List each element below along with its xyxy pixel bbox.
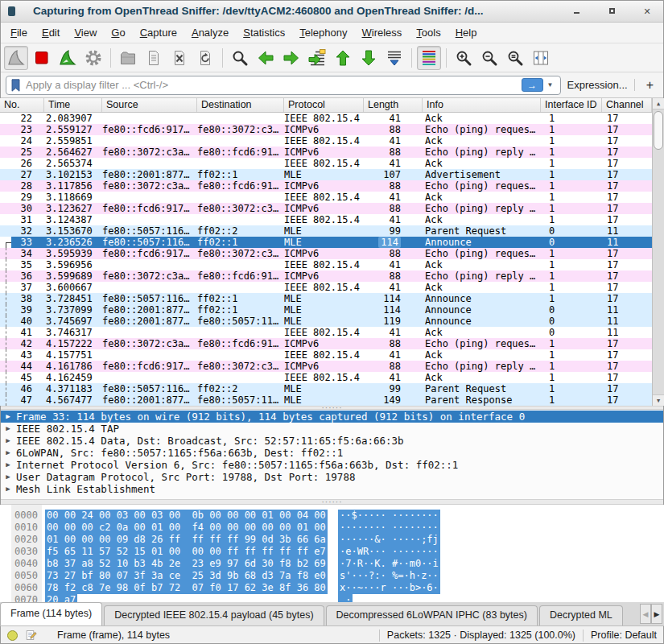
capture-start-button[interactable] <box>4 46 28 70</box>
menu-edit[interactable]: Edit <box>35 23 67 42</box>
packet-row-39[interactable]: 393.737099fe80::2001:877…ff02::1MLE114An… <box>0 304 652 316</box>
expand-arrow-icon[interactable]: ▶ <box>0 471 16 483</box>
menu-statistics[interactable]: Statistics <box>236 23 292 42</box>
go-to-packet-button[interactable] <box>305 46 329 70</box>
expand-arrow-icon[interactable]: ▶ <box>0 459 16 471</box>
menu-file[interactable]: File <box>3 23 35 42</box>
packet-row-42[interactable]: 424.157222fe80::3072:c3a…fe80::fcd6:91…I… <box>0 338 652 349</box>
auto-scroll-button[interactable] <box>382 46 406 70</box>
hex-ascii[interactable]: ··$····· ········ <box>338 510 440 522</box>
column-header-time[interactable]: Time <box>44 98 102 112</box>
close-button[interactable]: ✕ <box>643 7 651 15</box>
expand-arrow-icon[interactable]: ▶ <box>0 447 16 459</box>
apply-filter-button[interactable]: → <box>522 78 543 92</box>
packet-row-41[interactable]: 413.746317IEEE 802.15.441Ack011 <box>0 327 652 338</box>
expand-arrow-icon[interactable]: ▶ <box>0 411 16 423</box>
packet-row-23[interactable]: 232.559127fe80::fcd6:917…fe80::3072:c3…I… <box>0 124 652 135</box>
column-header-protocol[interactable]: Protocol <box>284 98 364 112</box>
byte-view-tab-2[interactable]: Decompressed 6LoWPAN IPHC (83 bytes) <box>326 605 538 625</box>
menu-telephony[interactable]: Telephony <box>292 23 354 42</box>
capture-options-button[interactable] <box>81 46 105 70</box>
capture-stop-button[interactable] <box>30 46 54 70</box>
scrollbar-thumb[interactable] <box>654 111 663 150</box>
zoom-reset-button[interactable] <box>503 46 527 70</box>
column-header-destination[interactable]: Destination <box>197 98 284 112</box>
detail-line-1[interactable]: ▶IEEE 802.15.4 TAP <box>0 423 664 435</box>
capture-comment-icon[interactable] <box>25 629 37 642</box>
packet-row-37[interactable]: 373.600667IEEE 802.15.441Ack117 <box>0 282 652 293</box>
add-filter-button[interactable]: + <box>641 78 658 93</box>
packet-row-36[interactable]: 363.599689fe80::3072:c3a…fe80::fcd6:91…I… <box>0 270 652 282</box>
column-header-interface-id[interactable]: Interface ID <box>541 98 602 112</box>
menu-help[interactable]: Help <box>448 23 485 42</box>
go-top-button[interactable] <box>331 46 355 70</box>
minimize-button[interactable] <box>572 7 580 15</box>
hex-ascii[interactable]: ········ ········ <box>338 522 440 534</box>
packet-row-31[interactable]: 313.124387IEEE 802.15.441Ack117 <box>0 214 652 225</box>
resize-columns-button[interactable] <box>529 46 553 70</box>
filter-dropdown-caret[interactable]: ▼ <box>543 81 558 89</box>
file-reload-button[interactable] <box>193 46 217 70</box>
hex-bytes[interactable]: 73 27 bf 80 07 3f 3a ce 25 3d 9b 68 d3 7… <box>45 570 328 582</box>
hex-ascii[interactable]: ······&· ·····;fj <box>338 534 440 546</box>
capture-restart-button[interactable] <box>56 46 80 70</box>
packet-row-28[interactable]: 283.117856fe80::3072:c3a…fe80::fcd6:91…I… <box>0 180 652 192</box>
expert-info-icon[interactable] <box>7 630 18 641</box>
scroll-up-arrow[interactable]: ▲ <box>653 98 664 109</box>
file-open-button[interactable] <box>116 46 140 70</box>
packet-row-25[interactable]: 252.564627fe80::3072:c3a…fe80::fcd6:91…I… <box>0 147 652 158</box>
detail-line-5[interactable]: ▶User Datagram Protocol, Src Port: 19788… <box>0 471 664 483</box>
menu-go[interactable]: Go <box>104 23 132 42</box>
hex-bytes[interactable]: 00 00 00 c2 0a 00 01 00 f4 00 00 00 00 0… <box>45 522 328 534</box>
packet-row-29[interactable]: 293.118669IEEE 802.15.441Ack117 <box>0 192 652 203</box>
go-bottom-button[interactable] <box>357 46 381 70</box>
packet-row-33[interactable]: 333.236526fe80::5057:116…ff02::1MLE114An… <box>0 237 652 248</box>
menu-wireless[interactable]: Wireless <box>355 23 410 42</box>
hex-bytes[interactable]: f5 65 11 57 52 15 01 00 00 00 ff ff ff f… <box>45 546 328 558</box>
detail-line-6[interactable]: ▶Mesh Link Establishment <box>0 483 664 495</box>
column-header-no[interactable]: No. <box>0 98 44 112</box>
packet-row-46[interactable]: 464.371183fe80::5057:116…ff02::2MLE99Par… <box>0 383 652 394</box>
packet-row-32[interactable]: 323.153670fe80::5057:116…ff02::2MLE99Par… <box>0 225 652 237</box>
menu-capture[interactable]: Capture <box>133 23 184 42</box>
byte-view-tab-1[interactable]: Decrypted IEEE 802.15.4 payload (45 byte… <box>104 605 324 625</box>
column-header-info[interactable]: Info <box>423 98 541 112</box>
column-header-channel[interactable]: Channel <box>602 98 652 112</box>
colorize-button[interactable] <box>417 46 441 70</box>
expand-arrow-icon[interactable]: ▶ <box>0 435 16 447</box>
packet-row-43[interactable]: 434.157751IEEE 802.15.441Ack117 <box>0 349 652 361</box>
packet-row-35[interactable]: 353.596956IEEE 802.15.441Ack117 <box>0 259 652 270</box>
zoom-in-button[interactable] <box>452 46 476 70</box>
tab-scroll-left-icon[interactable]: ◀ <box>640 604 651 624</box>
byte-view-tab-0[interactable]: Frame (114 bytes) <box>0 602 102 625</box>
hex-bytes[interactable]: b8 37 a8 52 10 b3 4b 2e 23 e9 97 6d 30 f… <box>45 558 328 570</box>
packet-row-45[interactable]: 454.162459IEEE 802.15.441Ack117 <box>0 372 652 383</box>
packet-row-24[interactable]: 242.559851IEEE 802.15.441Ack117 <box>0 135 652 147</box>
maximize-button[interactable] <box>608 7 616 15</box>
hex-ascii[interactable]: ·e·WR··· ········ <box>338 546 440 558</box>
zoom-out-button[interactable] <box>477 46 501 70</box>
expand-arrow-icon[interactable]: ▶ <box>0 423 16 435</box>
detail-line-3[interactable]: ▶6LoWPAN, Src: fe80::5057:1165:f56a:663b… <box>0 447 664 459</box>
hex-bytes[interactable]: 01 00 00 00 09 d8 26 ff ff ff ff 99 0d 3… <box>45 534 328 546</box>
bookmark-icon[interactable] <box>9 78 23 93</box>
packet-row-27[interactable]: 273.102153fe80::2001:877…ff02::1MLE107Ad… <box>0 169 652 180</box>
packet-row-26[interactable]: 262.565374IEEE 802.15.441Ack117 <box>0 158 652 169</box>
packet-row-40[interactable]: 403.745697fe80::2001:877…fe80::5057:11…M… <box>0 316 652 327</box>
hex-ascii[interactable]: s'···?:· %=·h·z·· <box>338 570 440 582</box>
packet-row-47[interactable]: 474.567477fe80::2001:877…fe80::5057:11…M… <box>0 394 652 406</box>
packet-row-34[interactable]: 343.595939fe80::fcd6:917…fe80::3072:c3…I… <box>0 248 652 259</box>
detail-line-4[interactable]: ▶Internet Protocol Version 6, Src: fe80:… <box>0 459 664 471</box>
detail-line-2[interactable]: ▶IEEE 802.15.4 Data, Dst: Broadcast, Src… <box>0 435 664 447</box>
packet-row-38[interactable]: 383.728451fe80::5057:116…ff02::1MLE114An… <box>0 293 652 304</box>
menu-tools[interactable]: Tools <box>409 23 447 42</box>
file-save-button[interactable] <box>142 46 166 70</box>
file-close-button[interactable] <box>167 46 192 70</box>
column-header-source[interactable]: Source <box>102 98 197 112</box>
packet-row-22[interactable]: 222.083907IEEE 802.15.441Ack117 <box>0 113 652 124</box>
status-profile[interactable]: Profile: Default <box>591 630 657 641</box>
byte-view-tab-3[interactable]: Decrypted ML <box>539 605 623 625</box>
hex-ascii[interactable]: x··~···r ···b>·6· <box>338 582 440 594</box>
display-filter-input[interactable] <box>23 79 522 91</box>
scroll-down-arrow[interactable]: ▼ <box>653 394 664 406</box>
